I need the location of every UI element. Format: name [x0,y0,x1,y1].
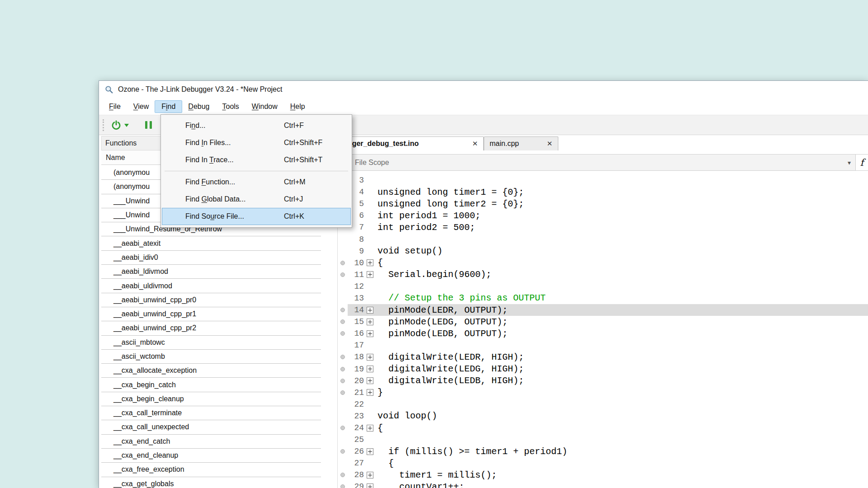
code-line-text[interactable]: { [376,458,394,469]
fold-toggle-icon[interactable] [367,483,373,488]
function-row[interactable]: __cxa_allocate_exception [101,364,321,378]
code-line-text[interactable]: void loop() [376,411,437,421]
breakpoint-gutter[interactable] [338,426,348,430]
function-row[interactable]: __aeabi_unwind_cpp_pr1 [101,307,321,321]
breakpoint-dot-icon[interactable] [340,449,345,454]
menu-item-find[interactable]: Find...Ctrl+F [162,117,351,134]
line-number[interactable]: 17 [348,341,364,350]
line-number[interactable]: 9 [348,247,364,256]
breakpoint-dot-icon[interactable] [340,473,345,477]
function-row[interactable]: __cxa_free_exception [101,463,321,477]
fold-toggle-icon[interactable] [367,307,373,314]
code-line-text[interactable]: { [376,258,383,268]
fold-toggle-icon[interactable] [367,425,373,432]
line-number[interactable]: 25 [348,435,364,444]
fold-toggle-icon[interactable] [367,377,373,384]
fold-toggle-icon[interactable] [367,354,373,361]
fold-toggle-icon[interactable] [367,366,373,372]
line-number[interactable]: 26 [348,447,364,456]
menu-item-find-function[interactable]: Find Function...Ctrl+M [162,174,351,191]
power-dropdown-arrow-icon[interactable] [124,124,129,129]
line-number[interactable]: 28 [348,470,364,479]
breakpoint-gutter[interactable] [338,319,348,324]
code-line-text[interactable]: pinMode(LEDR, OUTPUT); [376,305,508,315]
line-number[interactable]: 21 [348,388,364,397]
fold-toggle-icon[interactable] [367,319,373,325]
menubar-item-window[interactable]: Window [245,101,284,113]
line-number[interactable]: 12 [348,282,364,291]
menu-item-find-source-file[interactable]: Find Source File...Ctrl+K [162,208,351,225]
code-line-text[interactable]: pinMode(LEDG, OUTPUT); [376,317,508,327]
function-list-button[interactable]: f [855,155,868,170]
power-button[interactable] [111,120,121,130]
tab-egger-debug-test-ino[interactable]: egger_debug_test.ino✕ [338,136,484,150]
line-number[interactable]: 20 [348,376,364,385]
breakpoint-gutter[interactable] [338,367,348,371]
code-line-text[interactable]: int period2 = 500; [376,222,475,233]
line-number[interactable]: 16 [348,329,364,338]
line-number[interactable]: 27 [348,459,364,468]
code-line-text[interactable]: pinMode(LEDB, OUTPUT); [376,328,508,339]
line-number[interactable]: 24 [348,423,364,432]
breakpoint-dot-icon[interactable] [340,379,345,383]
breakpoint-dot-icon[interactable] [340,331,345,336]
breakpoint-dot-icon[interactable] [340,319,345,324]
breakpoint-dot-icon[interactable] [340,308,345,312]
code-line-text[interactable]: digitalWrite(LEDR, HIGH); [376,352,524,362]
fold-toggle-icon[interactable] [367,330,373,337]
code-line-text[interactable]: { [376,423,383,433]
menubar-item-help[interactable]: Help [284,101,311,113]
breakpoint-gutter[interactable] [338,355,348,359]
breakpoint-dot-icon[interactable] [340,272,345,277]
chevron-down-icon[interactable]: ▾ [848,159,851,166]
menu-item-find-in-trace[interactable]: Find In Trace...Ctrl+Shift+T [162,151,351,169]
menubar-item-file[interactable]: File [103,101,127,113]
fold-toggle-icon[interactable] [367,259,373,266]
code-line-text[interactable]: timer1 = millis(); [376,470,497,480]
code-line-text[interactable]: if (millis() >= timer1 + period1) [376,446,567,457]
breakpoint-gutter[interactable] [338,473,348,477]
breakpoint-dot-icon[interactable] [340,355,345,359]
function-row[interactable]: __cxa_get_globals [101,477,321,488]
file-scope-dropdown[interactable]: File Scope ▾ f [338,154,868,171]
fold-toggle-icon[interactable] [367,271,373,278]
breakpoint-gutter[interactable] [338,379,348,383]
line-number[interactable]: 14 [348,305,364,314]
code-line-text[interactable]: // Setup the 3 pins as OUTPUT [376,293,546,303]
breakpoint-dot-icon[interactable] [340,367,345,371]
line-number[interactable]: 18 [348,352,364,361]
function-row[interactable]: __cxa_call_terminate [101,406,321,420]
breakpoint-gutter[interactable] [338,261,348,265]
function-row[interactable]: __ascii_wctomb [101,350,321,364]
function-row[interactable]: __aeabi_atexit [101,236,321,250]
menubar-item-debug[interactable]: Debug [182,101,216,113]
fold-toggle-icon[interactable] [367,389,373,396]
code-editor[interactable]: 34unsigned long timer1 = {0};5unsigned l… [338,171,868,488]
line-number[interactable]: 11 [348,270,364,279]
breakpoint-gutter[interactable] [338,390,348,395]
function-row[interactable]: __aeabi_unwind_cpp_pr0 [101,293,321,307]
code-line-text[interactable]: void setup() [376,246,443,256]
function-row[interactable]: __cxa_end_cleanup [101,449,321,463]
pause-button[interactable] [145,121,152,129]
code-line-text[interactable]: unsigned long timer1 = {0}; [376,187,524,197]
code-line-text[interactable]: digitalWrite(LEDG, HIGH); [376,364,524,374]
close-icon[interactable]: ✕ [542,140,552,148]
tab-main-cpp[interactable]: main.cpp✕ [484,136,558,150]
close-icon[interactable]: ✕ [467,140,478,148]
line-number[interactable]: 10 [348,258,364,267]
breakpoint-dot-icon[interactable] [340,261,345,265]
line-number[interactable]: 22 [348,400,364,409]
menubar-item-view[interactable]: View [127,101,155,113]
code-line-text[interactable]: unsigned long timer2 = {0}; [376,199,524,209]
breakpoint-dot-icon[interactable] [340,484,345,488]
breakpoint-gutter[interactable] [338,449,348,454]
line-number[interactable]: 23 [348,412,364,421]
line-number[interactable]: 19 [348,365,364,374]
code-line-text[interactable]: } [376,387,383,398]
breakpoint-gutter[interactable] [338,308,348,312]
menubar-item-tools[interactable]: Tools [216,101,245,113]
breakpoint-dot-icon[interactable] [340,426,345,430]
line-number[interactable]: 29 [348,482,364,488]
function-row[interactable]: __ascii_mbtowc [101,336,321,350]
